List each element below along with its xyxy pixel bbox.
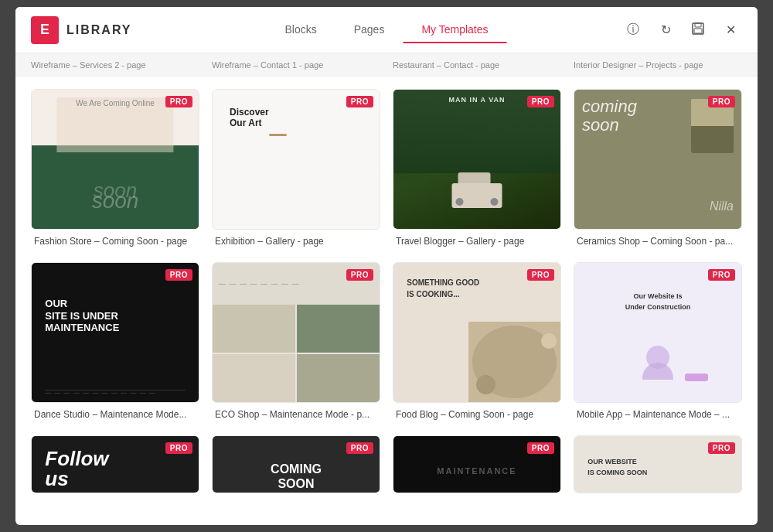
info-icon: ⓘ bbox=[627, 22, 639, 38]
card-thumb-wrap: COMINGSOON PRO bbox=[212, 435, 380, 493]
card-grid-row2: OurSITE IS UNDERMAINTENANCE — — — — — — … bbox=[31, 262, 742, 423]
peek-item-1: Wireframe – Services 2 - page bbox=[31, 60, 199, 70]
card-label: Exhibition – Gallery - page bbox=[212, 230, 380, 250]
card-thumbnail: comingsoon Nilla bbox=[574, 90, 741, 229]
card-thumb-wrap: MAINTENANCE PRO bbox=[393, 435, 561, 493]
card-thumb-wrap: Followus PRO bbox=[31, 435, 199, 493]
card-thumbnail: OurSITE IS UNDERMAINTENANCE — — — — — — … bbox=[32, 263, 199, 402]
card-thumbnail: Discover Our Art bbox=[213, 90, 380, 229]
modal-overlay: E LIBRARY Blocks Pages My Templates ⓘ ↻ bbox=[0, 0, 773, 532]
modal-body[interactable]: soon We Are Coming Online PRO Fashion St… bbox=[15, 77, 758, 525]
refresh-button[interactable]: ↻ bbox=[654, 19, 677, 42]
photo-3 bbox=[269, 134, 287, 136]
pro-badge: PRO bbox=[165, 96, 192, 107]
card-label: ECO Shop – Maintenance Mode - p... bbox=[212, 403, 380, 423]
pro-badge: PRO bbox=[708, 96, 735, 107]
card-thumb-wrap: Discover Our Art bbox=[212, 89, 380, 230]
peek-row: Wireframe – Services 2 - page Wireframe … bbox=[15, 53, 758, 77]
svg-rect-2 bbox=[694, 29, 702, 33]
card-fashion-store-coming-soon[interactable]: soon We Are Coming Online PRO Fashion St… bbox=[31, 89, 199, 250]
library-logo: E LIBRARY bbox=[31, 16, 132, 44]
card-thumbnail: — — — — — — — — bbox=[213, 263, 380, 402]
card-thumb-wrap: — — — — — — — — PRO bbox=[212, 262, 380, 403]
card-food-blog-coming-soon[interactable]: SOMETHING GOODIS COOKING... PRO Food Blo… bbox=[393, 262, 561, 423]
card-thumbnail: MAN IN A VAN bbox=[393, 90, 560, 229]
card-label: Ceramics Shop – Coming Soon - pa... bbox=[574, 230, 742, 250]
exhibition-photos bbox=[230, 134, 287, 138]
logo-initial: E bbox=[40, 22, 49, 38]
elementor-icon: E bbox=[31, 16, 59, 44]
peek-item-2: Wireframe – Contact 1 - page bbox=[212, 60, 380, 70]
tab-pages[interactable]: Pages bbox=[335, 17, 404, 43]
pro-badge: PRO bbox=[527, 96, 554, 107]
header-actions: ⓘ ↻ ✕ bbox=[621, 19, 742, 42]
card-grid-row1: soon We Are Coming Online PRO Fashion St… bbox=[31, 89, 742, 250]
card-exhibition-gallery[interactable]: Discover Our Art bbox=[212, 89, 380, 250]
pro-badge: PRO bbox=[708, 442, 735, 454]
card-label: Dance Studio – Maintenance Mode... bbox=[31, 403, 199, 423]
tab-my-templates[interactable]: My Templates bbox=[403, 17, 506, 43]
logo-text: LIBRARY bbox=[66, 23, 132, 37]
refresh-icon: ↻ bbox=[661, 22, 671, 37]
card-thumbnail: SOMETHING GOODIS COOKING... bbox=[393, 263, 560, 402]
peek-item-4: Interior Designer – Projects - page bbox=[574, 60, 742, 70]
card-thumb-wrap: OurSITE IS UNDERMAINTENANCE — — — — — — … bbox=[31, 262, 199, 403]
tab-bar: Blocks Pages My Templates bbox=[266, 17, 506, 43]
pro-badge: PRO bbox=[527, 442, 554, 454]
info-button[interactable]: ⓘ bbox=[621, 19, 645, 42]
tab-blocks[interactable]: Blocks bbox=[266, 17, 335, 43]
library-modal: E LIBRARY Blocks Pages My Templates ⓘ ↻ bbox=[15, 7, 758, 525]
card-label: Fashion Store – Coming Soon - page bbox=[31, 230, 199, 250]
pro-badge: PRO bbox=[527, 269, 554, 281]
save-icon bbox=[692, 22, 704, 38]
card-thumb-wrap: Our Website IsUnder Construction PRO bbox=[574, 262, 742, 403]
card-ceramics-shop-coming-soon[interactable]: comingsoon Nilla PRO Ceramics Shop – Com… bbox=[574, 89, 742, 250]
card-thumbnail: soon We Are Coming Online bbox=[32, 90, 199, 229]
pro-badge: PRO bbox=[346, 269, 373, 281]
card-follow-us[interactable]: Followus PRO bbox=[31, 435, 199, 493]
close-button[interactable]: ✕ bbox=[719, 19, 742, 42]
pro-badge: PRO bbox=[165, 442, 192, 454]
card-thumb-wrap: soon We Are Coming Online PRO bbox=[31, 89, 199, 230]
card-travel-blogger-gallery[interactable]: MAN IN A VAN PRO Travel Blogger – Galler… bbox=[393, 89, 561, 250]
card-coming-soon-dark[interactable]: COMINGSOON PRO bbox=[212, 435, 380, 493]
card-dance-studio-maintenance[interactable]: OurSITE IS UNDERMAINTENANCE — — — — — — … bbox=[31, 262, 199, 423]
pro-badge: PRO bbox=[346, 96, 373, 107]
pro-badge: PRO bbox=[708, 269, 735, 281]
card-label: Mobile App – Maintenance Mode – ... bbox=[574, 403, 742, 423]
card-eco-shop-maintenance[interactable]: — — — — — — — — PRO ECO Shop – Maintenan… bbox=[212, 262, 380, 423]
card-thumbnail: Our Website IsUnder Construction bbox=[574, 263, 741, 402]
card-label: Travel Blogger – Gallery - page bbox=[393, 230, 561, 250]
peek-item-3: Restaurant – Contact - page bbox=[393, 60, 561, 70]
exhibition-title: Discover Our Art bbox=[230, 107, 287, 128]
card-coming-soon-light[interactable]: Our WEBSITEIS COMING SOON PRO bbox=[574, 435, 742, 493]
card-thumb-wrap: SOMETHING GOODIS COOKING... PRO bbox=[393, 262, 561, 403]
pro-badge: PRO bbox=[165, 269, 192, 281]
card-thumb-wrap: Our WEBSITEIS COMING SOON PRO bbox=[574, 435, 742, 493]
card-thumb-wrap: MAN IN A VAN PRO bbox=[393, 89, 561, 230]
pro-badge: PRO bbox=[346, 442, 373, 454]
card-grid-row3: Followus PRO COMINGSOON PRO bbox=[31, 435, 742, 493]
card-label: Food Blog – Coming Soon - page bbox=[393, 403, 561, 423]
card-maintenance-dark[interactable]: MAINTENANCE PRO bbox=[393, 435, 561, 493]
card-thumb-wrap: comingsoon Nilla PRO bbox=[574, 89, 742, 230]
modal-header: E LIBRARY Blocks Pages My Templates ⓘ ↻ bbox=[15, 7, 758, 53]
close-icon: ✕ bbox=[726, 22, 736, 37]
card-mobile-app-maintenance[interactable]: Our Website IsUnder Construction PRO Mob… bbox=[574, 262, 742, 423]
save-button[interactable] bbox=[686, 19, 710, 42]
exhibition-grid: Discover Our Art bbox=[222, 99, 295, 146]
